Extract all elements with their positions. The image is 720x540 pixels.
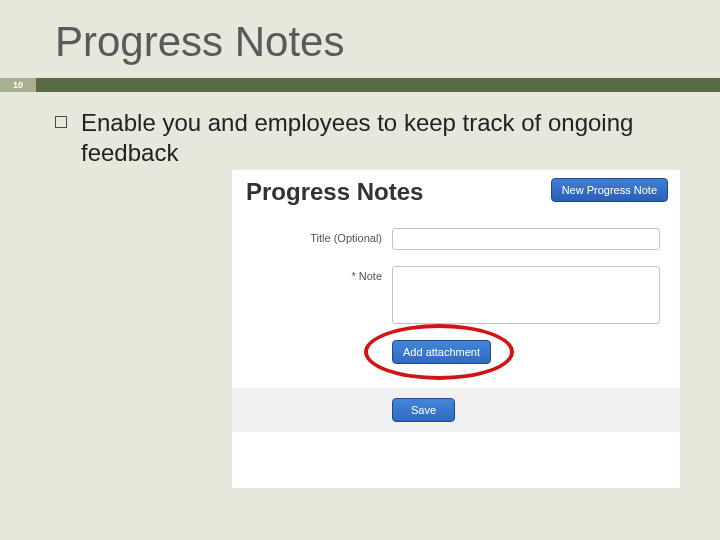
add-attachment-button[interactable]: Add attachment xyxy=(392,340,491,364)
embedded-screenshot: Progress Notes New Progress Note Title (… xyxy=(232,170,680,488)
page-number: 10 xyxy=(0,78,36,92)
panel-heading: Progress Notes xyxy=(246,178,423,206)
note-textarea[interactable] xyxy=(392,266,660,324)
note-field-label: * Note xyxy=(232,266,392,282)
header-bar-fill xyxy=(36,78,720,92)
new-progress-note-button[interactable]: New Progress Note xyxy=(551,178,668,202)
slide-title: Progress Notes xyxy=(0,0,720,78)
bullet-text: Enable you and employees to keep track o… xyxy=(81,108,665,168)
save-button[interactable]: Save xyxy=(392,398,455,422)
bullet-marker-icon xyxy=(55,116,67,128)
bullet-item: Enable you and employees to keep track o… xyxy=(0,92,720,168)
title-input[interactable] xyxy=(392,228,660,250)
title-field-label: Title (Optional) xyxy=(232,228,392,244)
header-bar: 10 xyxy=(0,78,720,92)
